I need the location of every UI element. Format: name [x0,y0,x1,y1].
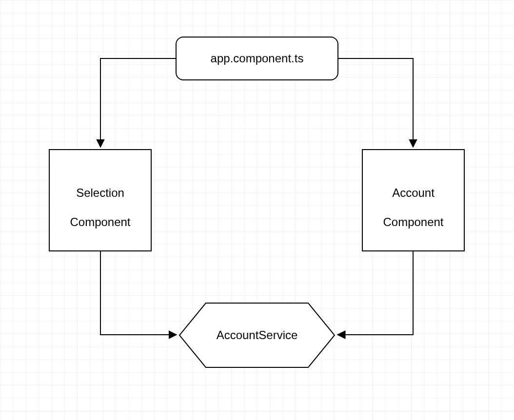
node-selection-component-label: Selection Component [70,171,130,229]
node-account-line1: Account [392,186,435,199]
node-selection-line2: Component [70,215,130,229]
diagram-canvas: app.component.ts Selection Component Acc… [0,0,514,420]
node-account-component[interactable]: Account Component [362,149,465,251]
node-account-service[interactable]: AccountService [178,302,336,368]
node-account-service-label-wrap: AccountService [178,302,336,368]
node-app-component[interactable]: app.component.ts [176,37,338,80]
node-selection-line1: Selection [76,186,124,199]
node-selection-component[interactable]: Selection Component [49,149,152,251]
node-account-component-label: Account Component [383,171,443,229]
node-account-service-label: AccountService [217,328,298,342]
node-account-line2: Component [383,215,443,229]
node-app-component-label: app.component.ts [211,51,304,66]
